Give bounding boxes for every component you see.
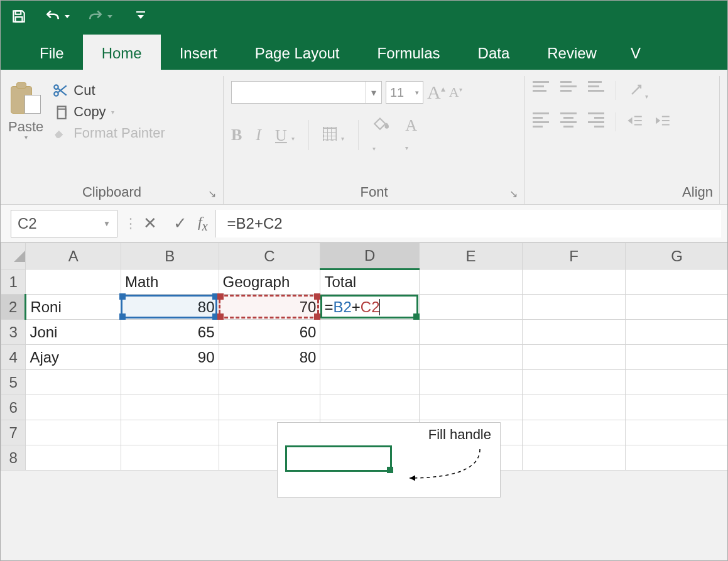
- col-header-A[interactable]: A: [26, 243, 121, 270]
- col-header-B[interactable]: B: [121, 243, 219, 270]
- cell-B4[interactable]: 90: [121, 345, 219, 370]
- cell-C3[interactable]: 60: [219, 320, 320, 345]
- cell-A2[interactable]: Roni: [26, 295, 121, 320]
- tab-page-layout[interactable]: Page Layout: [236, 35, 359, 70]
- borders-icon: [323, 127, 337, 141]
- tab-formulas[interactable]: Formulas: [359, 35, 459, 70]
- paste-label: Paste: [8, 119, 43, 135]
- col-header-G[interactable]: G: [626, 243, 729, 270]
- align-middle-button[interactable]: [560, 81, 577, 101]
- worksheet-grid[interactable]: A B C D E F G 1 Math Geograph Total: [1, 242, 727, 471]
- cell-E4[interactable]: [420, 345, 523, 370]
- cell-D1[interactable]: Total: [320, 270, 420, 295]
- decrease-font-icon[interactable]: A▾: [449, 84, 462, 101]
- cell-E1[interactable]: [420, 270, 523, 295]
- align-bottom-button[interactable]: [588, 81, 604, 101]
- row-header-8[interactable]: 8: [1, 445, 26, 471]
- orientation-icon: [627, 81, 645, 99]
- cell-F4[interactable]: [523, 345, 626, 370]
- bold-button[interactable]: B: [231, 126, 242, 144]
- borders-button[interactable]: ▾: [323, 126, 344, 145]
- undo-button[interactable]: [42, 6, 72, 27]
- cell-G1[interactable]: [626, 270, 729, 295]
- select-all-corner[interactable]: [1, 243, 26, 270]
- format-painter-button[interactable]: Format Painter: [52, 125, 165, 141]
- tab-review[interactable]: Review: [528, 35, 616, 70]
- cell-A5[interactable]: [26, 370, 121, 395]
- cell-F2[interactable]: [523, 295, 626, 320]
- font-launcher[interactable]: [509, 188, 519, 198]
- fx-icon[interactable]: fx: [195, 214, 215, 234]
- decrease-indent-button[interactable]: [627, 112, 644, 131]
- copy-icon: [52, 104, 68, 120]
- cut-button[interactable]: Cut: [52, 82, 165, 99]
- col-header-F[interactable]: F: [523, 243, 626, 270]
- cell-D2[interactable]: =B2+C2: [320, 295, 420, 320]
- excel-window: File Home Insert Page Layout Formulas Da…: [0, 0, 728, 561]
- qat-customize-button[interactable]: [134, 8, 148, 25]
- row-header-2[interactable]: 2: [1, 295, 26, 320]
- cancel-button[interactable]: ✕: [135, 210, 165, 237]
- cell-G3[interactable]: [626, 320, 729, 345]
- paste-button[interactable]: Paste ▾: [8, 81, 43, 141]
- orientation-button[interactable]: ▾: [627, 81, 648, 101]
- cell-D3[interactable]: [320, 320, 420, 345]
- tab-insert[interactable]: Insert: [161, 35, 236, 70]
- cell-D4[interactable]: [320, 345, 420, 370]
- align-left-button[interactable]: [533, 112, 549, 131]
- tab-file[interactable]: File: [21, 35, 83, 70]
- redo-button[interactable]: [85, 6, 115, 27]
- cell-F1[interactable]: [523, 270, 626, 295]
- col-header-C[interactable]: C: [219, 243, 320, 270]
- underline-button[interactable]: U: [275, 126, 287, 144]
- clipboard-launcher[interactable]: [208, 188, 218, 198]
- row-header-3[interactable]: 3: [1, 320, 26, 345]
- cell-A4[interactable]: Ajay: [26, 345, 121, 370]
- row-header-5[interactable]: 5: [1, 370, 26, 395]
- align-center-button[interactable]: [560, 112, 577, 131]
- cell-A3[interactable]: Joni: [26, 320, 121, 345]
- format-painter-label: Format Painter: [73, 125, 165, 141]
- cell-B2[interactable]: 80: [121, 295, 219, 320]
- cell-C1[interactable]: Geograph: [219, 270, 320, 295]
- row-header-6[interactable]: 6: [1, 395, 26, 420]
- cell-C4[interactable]: 80: [219, 345, 320, 370]
- cell-G2[interactable]: [626, 295, 729, 320]
- increase-indent-button[interactable]: [655, 112, 671, 131]
- tab-home[interactable]: Home: [83, 35, 161, 70]
- formula-bar: C2 ▼ ⋮ ✕ ✓ fx: [1, 205, 727, 242]
- font-name-select[interactable]: ▾: [231, 81, 382, 104]
- formula-input[interactable]: [215, 210, 721, 237]
- cell-E2[interactable]: [420, 295, 523, 320]
- name-box[interactable]: C2 ▼: [11, 210, 117, 237]
- increase-font-icon[interactable]: A▴: [427, 82, 445, 103]
- align-right-button[interactable]: [588, 112, 604, 131]
- align-top-button[interactable]: [533, 81, 549, 101]
- cell-F3[interactable]: [523, 320, 626, 345]
- enter-button[interactable]: ✓: [165, 210, 195, 237]
- row-header-4[interactable]: 4: [1, 345, 26, 370]
- group-alignment: ▾ Align: [525, 76, 720, 204]
- save-button[interactable]: [8, 6, 30, 27]
- row-header-7[interactable]: 7: [1, 420, 26, 445]
- tab-data[interactable]: Data: [459, 35, 529, 70]
- tab-view[interactable]: V: [616, 35, 644, 70]
- cell-B1[interactable]: Math: [121, 270, 219, 295]
- cell-C2[interactable]: 70: [219, 295, 320, 320]
- italic-button[interactable]: I: [256, 126, 261, 144]
- cell-G4[interactable]: [626, 345, 729, 370]
- col-header-E[interactable]: E: [420, 243, 523, 270]
- svg-rect-6: [58, 126, 62, 130]
- font-color-button[interactable]: A ▾: [405, 116, 424, 155]
- check-icon: ✓: [173, 214, 187, 233]
- col-header-D[interactable]: D: [320, 243, 420, 270]
- cell-B3[interactable]: 65: [121, 320, 219, 345]
- row-header-1[interactable]: 1: [1, 270, 26, 295]
- fill-color-button[interactable]: ▾: [372, 115, 391, 155]
- cell-A1[interactable]: [26, 270, 121, 295]
- font-size-select[interactable]: 11▾: [386, 81, 423, 104]
- cell-E3[interactable]: [420, 320, 523, 345]
- copy-button[interactable]: Copy ▾: [52, 104, 165, 120]
- alignment-group-label: Align: [525, 184, 713, 200]
- bucket-icon: [372, 115, 389, 131]
